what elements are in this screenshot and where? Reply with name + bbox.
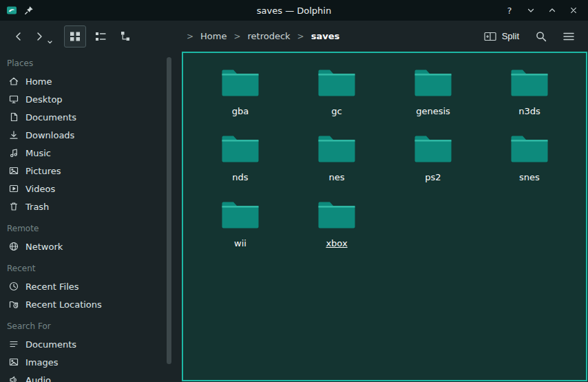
sidebar-item-trash[interactable]: Trash [0, 198, 174, 215]
minimize-button[interactable] [523, 3, 538, 18]
folder-item[interactable]: wii [192, 199, 288, 265]
sidebar-item-documents[interactable]: Documents [0, 108, 174, 126]
titlebar[interactable]: saves — Dolphin ? [0, 0, 588, 21]
icons-view-icon [68, 30, 82, 43]
breadcrumb-separator: > [233, 32, 240, 41]
breadcrumb-item-saves[interactable]: saves [311, 31, 340, 41]
sidebar-item-label: Music [25, 148, 51, 158]
sidebar-item-recent-locations[interactable]: Recent Locations [0, 295, 174, 313]
folder-grid: gba gc genesis n3ds nds nes [183, 53, 586, 265]
sidebar-item-home[interactable]: Home [0, 72, 174, 90]
folder-item[interactable]: ps2 [385, 133, 481, 199]
split-button[interactable]: Split [479, 27, 523, 46]
sidebar-item-label: Documents [25, 339, 76, 350]
breadcrumb-item-home[interactable]: Home [200, 31, 227, 41]
help-button[interactable]: ? [502, 3, 517, 18]
folder-icon [221, 67, 260, 99]
sidebar-item-music[interactable]: Music [0, 144, 174, 162]
hamburger-menu-icon [562, 30, 576, 43]
folder-label: snes [519, 172, 540, 183]
search-button[interactable] [530, 25, 552, 47]
music-icon [8, 147, 19, 158]
folder-item[interactable]: genesis [385, 67, 481, 133]
sidebar-item-search-images[interactable]: Images [0, 353, 174, 371]
home-icon [8, 76, 19, 87]
folder-view[interactable]: gba gc genesis n3ds nds nes [182, 52, 587, 381]
split-button-label: Split [502, 31, 519, 41]
sidebar-item-videos[interactable]: Videos [0, 180, 174, 198]
folder-icon [414, 67, 452, 99]
folder-icon [317, 133, 356, 165]
details-view-icon [119, 30, 133, 43]
history-dropdown-caret-icon[interactable] [47, 39, 53, 45]
folder-label: xbox [326, 238, 347, 249]
folder-label: ps2 [425, 172, 441, 183]
sidebar-item-recent-files[interactable]: Recent Files [0, 277, 174, 295]
folder-item[interactable]: gba [192, 67, 288, 133]
document-icon [8, 112, 19, 123]
sidebar-item-search-documents[interactable]: Documents [0, 335, 174, 353]
audio-icon [8, 374, 19, 382]
folder-item[interactable]: gc [288, 67, 385, 133]
compact-view-button[interactable] [90, 25, 112, 47]
sidebar-item-label: Images [25, 357, 59, 368]
details-view-button[interactable] [115, 25, 137, 47]
trash-icon [8, 201, 19, 212]
window-title: saves — Dolphin [0, 6, 588, 16]
image-icon [8, 165, 19, 176]
sidebar-section-recent: Recent [0, 259, 174, 277]
sidebar-section-places: Places [0, 54, 174, 72]
video-icon [8, 183, 19, 194]
folder-item[interactable]: snes [481, 133, 578, 199]
folder-label: gc [331, 106, 342, 117]
recent-locations-icon [8, 299, 19, 310]
folder-label: nds [232, 172, 248, 183]
sidebar-item-label: Home [25, 76, 52, 87]
sidebar-item-downloads[interactable]: Downloads [0, 126, 174, 144]
folder-icon [317, 67, 356, 99]
pin-icon[interactable] [23, 5, 34, 16]
desktop-icon [8, 94, 19, 105]
icons-view-button[interactable] [64, 25, 86, 47]
sidebar-section-remote: Remote [0, 220, 174, 237]
app-icon [6, 5, 17, 16]
sidebar-item-label: Documents [25, 112, 76, 123]
close-button[interactable] [566, 3, 581, 18]
sidebar-item-label: Videos [25, 184, 55, 194]
maximize-button[interactable] [545, 3, 560, 18]
sidebar-item-desktop[interactable]: Desktop [0, 90, 174, 108]
sidebar-item-label: Recent Locations [25, 299, 102, 310]
sidebar-item-label: Network [25, 242, 63, 252]
split-view-icon [483, 30, 497, 43]
document-lines-icon [8, 339, 19, 350]
folder-label: n3ds [518, 106, 540, 117]
breadcrumb-separator: > [187, 32, 193, 41]
sidebar-item-label: Downloads [25, 130, 74, 140]
folder-icon [317, 199, 356, 231]
compact-view-icon [94, 30, 107, 43]
folder-icon [221, 199, 260, 231]
download-icon [8, 129, 19, 140]
back-button[interactable] [8, 26, 29, 47]
places-panel: Places Home Desktop Documents Downloads [0, 52, 174, 382]
sidebar-item-pictures[interactable]: Pictures [0, 162, 174, 180]
folder-item[interactable]: nds [192, 133, 288, 199]
sidebar-item-network[interactable]: Network [0, 237, 174, 255]
sidebar-section-search-for: Search For [0, 317, 174, 335]
folder-label: genesis [416, 106, 450, 117]
main-toolbar: > Home > retrodeck > saves Split [0, 21, 588, 52]
folder-item[interactable]: xbox [288, 199, 385, 265]
folder-icon [510, 133, 549, 165]
sidebar-item-search-audio[interactable]: Audio [0, 371, 174, 382]
sidebar-scrollbar[interactable] [167, 57, 171, 364]
sidebar-item-label: Trash [25, 202, 49, 212]
chevron-right-icon [32, 30, 46, 43]
folder-icon [414, 133, 452, 165]
chevron-left-icon [12, 30, 25, 43]
recent-files-icon [8, 281, 19, 292]
folder-item[interactable]: n3ds [481, 67, 578, 133]
folder-item[interactable]: nes [288, 133, 385, 199]
search-icon [534, 30, 548, 43]
hamburger-menu-button[interactable] [558, 25, 580, 47]
breadcrumb-item-retrodeck[interactable]: retrodeck [248, 31, 291, 41]
